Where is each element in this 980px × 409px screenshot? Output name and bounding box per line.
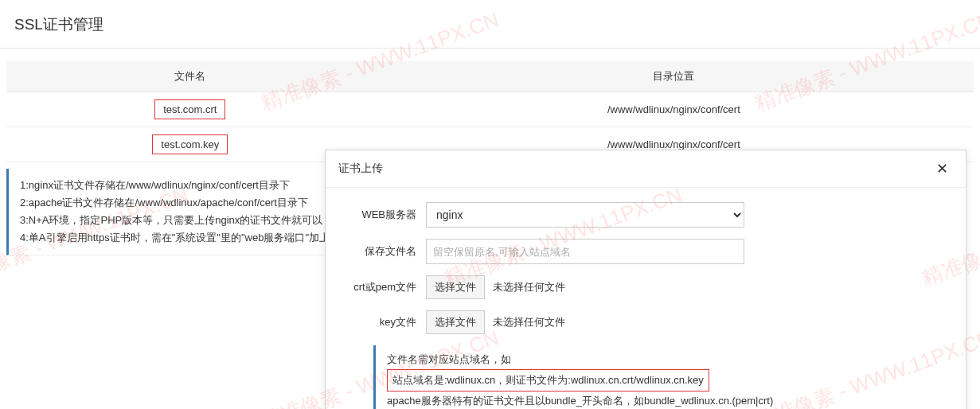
table-row: test.com.crt /www/wdlinux/nginx/conf/cer… — [6, 92, 974, 127]
th-dir: 目录位置 — [374, 61, 974, 92]
upload-modal: 证书上传 ✕ WEB服务器 nginx 保存文件名 crt或pem文件 选择文件… — [325, 150, 966, 409]
modal-title: 证书上传 — [338, 162, 383, 176]
webserver-select[interactable]: nginx — [426, 202, 744, 228]
cell-filename: test.com.key — [152, 134, 228, 154]
cell-dir: /www/wdlinux/nginx/conf/cert — [374, 92, 974, 127]
savename-input[interactable] — [426, 239, 744, 264]
label-key: key文件 — [342, 315, 426, 329]
modal-note: 文件名需对应站点域名，如 站点域名是:wdlinux.cn，则证书文件为:wdl… — [373, 345, 935, 409]
note-line: apache服务器特有的证书文件且以bundle_开头命名，如bundle_wd… — [387, 391, 924, 409]
row-key: key文件 选择文件 未选择任何文件 — [342, 310, 950, 334]
note-line: 文件名需对应站点域名，如 — [387, 350, 924, 369]
row-webserver: WEB服务器 nginx — [342, 202, 950, 228]
label-savename: 保存文件名 — [342, 244, 426, 259]
cert-table: 文件名 目录位置 test.com.crt /www/wdlinux/nginx… — [6, 61, 974, 162]
row-crt: crt或pem文件 选择文件 未选择任何文件 — [342, 275, 950, 299]
key-choose-button[interactable]: 选择文件 — [426, 310, 485, 334]
note-highlight: 站点域名是:wdlinux.cn，则证书文件为:wdlinux.cn.crt/w… — [387, 369, 709, 391]
cert-table-area: 文件名 目录位置 test.com.crt /www/wdlinux/nginx… — [0, 53, 980, 162]
modal-body: WEB服务器 nginx 保存文件名 crt或pem文件 选择文件 未选择任何文… — [326, 188, 966, 409]
crt-no-file: 未选择任何文件 — [493, 281, 565, 293]
crt-choose-button[interactable]: 选择文件 — [426, 275, 485, 299]
page-title: SSL证书管理 — [0, 0, 980, 49]
modal-header: 证书上传 ✕ — [326, 150, 966, 188]
th-filename: 文件名 — [6, 61, 374, 92]
key-no-file: 未选择任何文件 — [493, 316, 565, 328]
cell-filename: test.com.crt — [154, 99, 225, 119]
label-webserver: WEB服务器 — [342, 208, 426, 222]
label-crt: crt或pem文件 — [342, 280, 426, 294]
row-savename: 保存文件名 — [342, 239, 950, 264]
close-icon[interactable]: ✕ — [931, 158, 953, 179]
